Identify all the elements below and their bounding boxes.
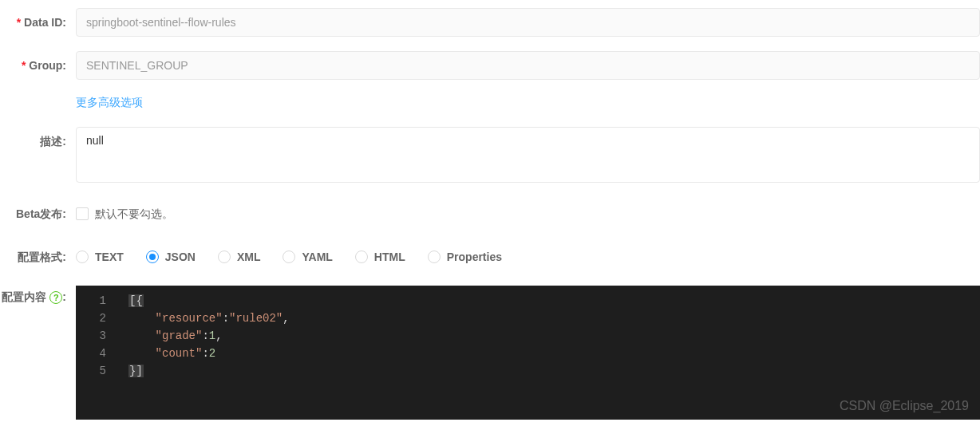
line-number: 3 bbox=[76, 327, 119, 345]
code-editor[interactable]: 1 2 3 4 5 [{ "resource":"rule02", "grade… bbox=[76, 286, 980, 420]
format-radio-html[interactable]: HTML bbox=[355, 243, 405, 271]
format-radio-yaml[interactable]: YAML bbox=[283, 243, 332, 271]
group-row: *Group: bbox=[0, 51, 980, 80]
line-number-gutter: 1 2 3 4 5 bbox=[76, 286, 119, 404]
format-label: 配置格式: bbox=[0, 243, 76, 271]
group-input[interactable] bbox=[76, 51, 980, 80]
radio-circle-icon bbox=[76, 250, 89, 263]
radio-circle-icon bbox=[283, 250, 295, 263]
advanced-row: 更多高级选项 bbox=[0, 94, 980, 111]
format-radio-text[interactable]: TEXT bbox=[76, 243, 124, 271]
format-radio-json[interactable]: JSON bbox=[146, 243, 196, 271]
line-number: 5 bbox=[76, 362, 119, 380]
format-radio-xml-label: XML bbox=[237, 243, 261, 271]
description-textarea[interactable]: null bbox=[76, 127, 980, 183]
beta-checkbox[interactable] bbox=[76, 207, 89, 220]
description-wrap: null bbox=[76, 127, 980, 185]
data-id-input[interactable] bbox=[76, 8, 980, 37]
radio-circle-icon bbox=[355, 250, 368, 263]
code-line: [{ bbox=[128, 292, 980, 310]
data-id-input-wrap bbox=[76, 8, 980, 37]
beta-wrap: 默认不要勾选。 bbox=[76, 199, 980, 228]
format-wrap: TEXT JSON XML YAML HTML P bbox=[76, 243, 980, 271]
code-line: "count":2 bbox=[128, 345, 980, 362]
format-row: 配置格式: TEXT JSON XML YAML bbox=[0, 243, 980, 271]
line-number: 1 bbox=[76, 292, 119, 310]
description-row: 描述: null bbox=[0, 127, 980, 185]
beta-checkbox-wrap: 默认不要勾选。 bbox=[76, 199, 980, 228]
code-line: "resource":"rule02", bbox=[128, 310, 980, 327]
beta-checkbox-label: 默认不要勾选。 bbox=[95, 199, 173, 228]
radio-circle-icon bbox=[218, 250, 231, 263]
format-radio-html-label: HTML bbox=[374, 243, 405, 271]
advanced-options-link[interactable]: 更多高级选项 bbox=[76, 94, 143, 111]
format-radio-xml[interactable]: XML bbox=[218, 243, 261, 271]
format-radio-properties-label: Properties bbox=[447, 243, 502, 271]
line-number: 4 bbox=[76, 345, 119, 362]
beta-row: Beta发布: 默认不要勾选。 bbox=[0, 199, 980, 228]
required-asterisk: * bbox=[22, 59, 26, 72]
data-id-label: *Data ID: bbox=[0, 8, 76, 37]
format-radio-properties[interactable]: Properties bbox=[428, 243, 502, 271]
code-line: "grade":1, bbox=[128, 327, 980, 345]
code-content[interactable]: [{ "resource":"rule02", "grade":1, "coun… bbox=[119, 286, 980, 404]
help-icon[interactable]: ? bbox=[49, 291, 62, 304]
code-line: }] bbox=[128, 362, 980, 380]
format-radio-yaml-label: YAML bbox=[302, 243, 332, 271]
content-label: 配置内容?: bbox=[0, 286, 76, 305]
radio-circle-icon bbox=[428, 250, 441, 263]
radio-dot-icon bbox=[149, 254, 156, 260]
beta-label: Beta发布: bbox=[0, 199, 76, 228]
required-asterisk: * bbox=[17, 16, 21, 29]
format-radio-group: TEXT JSON XML YAML HTML P bbox=[76, 243, 980, 271]
content-wrap: 1 2 3 4 5 [{ "resource":"rule02", "grade… bbox=[76, 286, 980, 420]
description-label: 描述: bbox=[0, 127, 76, 156]
format-radio-json-label: JSON bbox=[165, 243, 196, 271]
advanced-wrap: 更多高级选项 bbox=[76, 94, 980, 111]
data-id-row: *Data ID: bbox=[0, 8, 980, 37]
format-radio-text-label: TEXT bbox=[95, 243, 124, 271]
watermark-text: CSDN @Eclipse_2019 bbox=[840, 399, 969, 413]
group-input-wrap bbox=[76, 51, 980, 80]
content-row: 配置内容?: 1 2 3 4 5 [{ "resource":"rule02",… bbox=[0, 286, 980, 420]
line-number: 2 bbox=[76, 310, 119, 327]
radio-circle-icon bbox=[146, 250, 159, 263]
group-label: *Group: bbox=[0, 51, 76, 80]
